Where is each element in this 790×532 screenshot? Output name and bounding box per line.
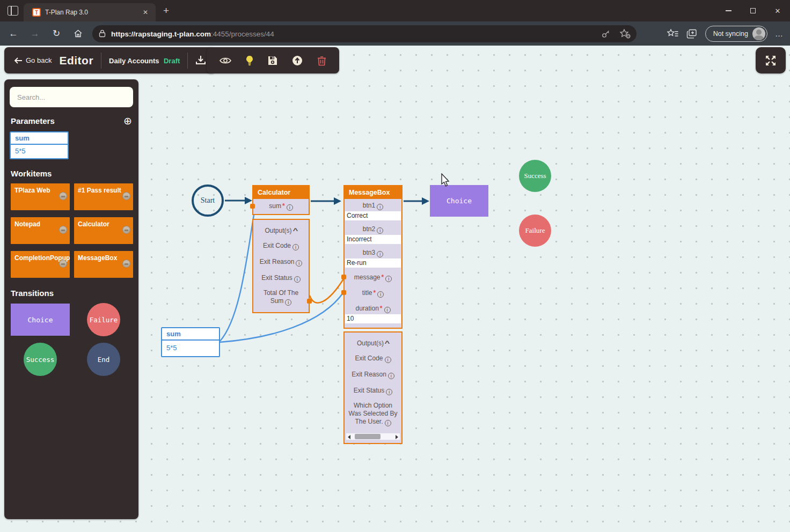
- transition-failure[interactable]: Failure: [87, 303, 120, 336]
- start-node[interactable]: Start: [192, 184, 224, 217]
- messagebox-field-title[interactable]: title: [345, 284, 401, 300]
- sidebar: Parameters ⊕ sum 5*5 Workitems TPlaza We…: [4, 79, 138, 519]
- info-icon[interactable]: [384, 307, 391, 313]
- parameter-value: 5*5: [11, 145, 68, 158]
- calculator-output-total[interactable]: Total Of The Sum: [253, 286, 309, 310]
- calculator-node[interactable]: Calculator sum Output(s)^ Exit Code Exit…: [252, 185, 310, 313]
- calculator-output-exit-reason[interactable]: Exit Reason: [253, 254, 309, 270]
- download-icon[interactable]: [195, 55, 206, 65]
- back-button[interactable]: ←: [5, 28, 21, 39]
- settings-menu-icon[interactable]: …: [775, 29, 784, 38]
- browser-tab[interactable]: T T-Plan Rap 3.0 ✕: [24, 3, 156, 21]
- outputs-horizontal-scrollbar[interactable]: [346, 433, 400, 440]
- outputs-heading: Output(s): [357, 339, 384, 347]
- messagebox-output-selected-option[interactable]: Which Option Was Selected By The User.: [345, 399, 401, 429]
- messagebox-node[interactable]: MessageBox btn1 Correct btn2 Incorrect b…: [343, 185, 403, 444]
- address-bar[interactable]: https://rapstaging.t-plan.com:4455/proce…: [92, 25, 637, 42]
- hint-bulb-icon[interactable]: [246, 55, 253, 66]
- calculator-outputs-toggle[interactable]: Output(s)^: [253, 223, 309, 238]
- info-icon[interactable]: [377, 291, 384, 298]
- tab-close-icon[interactable]: ✕: [140, 8, 151, 17]
- fullscreen-button[interactable]: [756, 47, 786, 73]
- transition-success[interactable]: Success: [24, 343, 57, 376]
- btn1-input[interactable]: Correct: [345, 211, 401, 220]
- collapse-icon: ^: [385, 339, 390, 347]
- info-icon[interactable]: [377, 204, 383, 210]
- workitem-messagebox[interactable]: MessageBox: [74, 251, 133, 278]
- info-icon[interactable]: [385, 276, 392, 282]
- sum-parameter-node[interactable]: sum 5*5: [161, 327, 220, 357]
- messagebox-outputs-toggle[interactable]: Output(s)^: [345, 336, 401, 351]
- info-icon[interactable]: [388, 373, 394, 379]
- messagebox-output-exit-reason[interactable]: Exit Reason: [345, 367, 401, 383]
- btn3-input[interactable]: Re-run: [345, 258, 401, 268]
- editor-toolbar: Go back Editor Daily Accounts Draft: [4, 47, 216, 73]
- info-icon[interactable]: [385, 357, 391, 363]
- delete-trash-icon[interactable]: [317, 55, 326, 66]
- info-icon[interactable]: [292, 244, 299, 250]
- output-label: Total Of The Sum: [264, 289, 298, 305]
- editor-page: Go back Editor Daily Accounts Draft Para…: [0, 46, 790, 532]
- maximize-button[interactable]: [741, 0, 765, 21]
- info-icon[interactable]: [377, 227, 383, 234]
- field-label: btn1: [363, 202, 375, 209]
- choice-node[interactable]: Choice: [430, 185, 488, 217]
- forward-button[interactable]: →: [27, 28, 43, 39]
- transition-choice[interactable]: Choice: [11, 304, 70, 336]
- scroll-right-arrow[interactable]: [396, 435, 398, 439]
- success-node[interactable]: Success: [519, 160, 551, 192]
- info-icon[interactable]: [285, 299, 291, 306]
- input-connector-dot[interactable]: [341, 290, 346, 295]
- preview-eye-icon[interactable]: [220, 56, 231, 65]
- messagebox-output-exit-code[interactable]: Exit Code: [345, 351, 401, 367]
- info-icon[interactable]: [294, 276, 301, 283]
- search-input[interactable]: [10, 87, 133, 107]
- transition-end[interactable]: End: [87, 343, 120, 376]
- workitem-tplaza-web[interactable]: TPlaza Web: [11, 183, 70, 210]
- workitem-pass-result[interactable]: #1 Pass result: [74, 183, 133, 210]
- info-icon[interactable]: [296, 260, 302, 267]
- info-icon[interactable]: [377, 251, 383, 257]
- add-parameter-button[interactable]: ⊕: [123, 116, 132, 126]
- parameter-card[interactable]: sum 5*5: [10, 131, 69, 159]
- minimize-button[interactable]: [716, 0, 741, 21]
- go-back-button[interactable]: Go back: [14, 56, 52, 64]
- workitem-calculator[interactable]: Calculator: [74, 217, 133, 244]
- messagebox-field-btn1: btn1: [345, 199, 401, 211]
- home-button[interactable]: [70, 29, 86, 38]
- browser-titlebar: T T-Plan Rap 3.0 ✕ + ✕: [0, 0, 790, 21]
- calculator-input-sum[interactable]: sum: [253, 199, 309, 214]
- input-connector-dot[interactable]: [250, 204, 255, 209]
- collections-icon[interactable]: [686, 28, 698, 39]
- info-icon[interactable]: [386, 389, 392, 395]
- duration-input[interactable]: 10: [345, 314, 401, 323]
- output-connector-dot[interactable]: [307, 299, 312, 304]
- password-key-icon[interactable]: [601, 29, 611, 39]
- profile-button[interactable]: Not syncing: [705, 26, 767, 42]
- info-icon[interactable]: [385, 420, 391, 426]
- workitems-heading: Workitems: [11, 169, 52, 178]
- calculator-output-exit-code[interactable]: Exit Code: [253, 238, 309, 254]
- messagebox-output-exit-status[interactable]: Exit Status: [345, 383, 401, 399]
- scroll-left-arrow[interactable]: [348, 435, 350, 439]
- workspaces-icon[interactable]: [8, 6, 18, 16]
- save-icon[interactable]: [268, 56, 277, 65]
- calculator-output-exit-status[interactable]: Exit Status: [253, 270, 309, 286]
- btn2-input[interactable]: Incorrect: [345, 235, 401, 244]
- workitem-completionpopup[interactable]: CompletionPopup: [11, 251, 70, 278]
- scrollbar-thumb[interactable]: [355, 434, 381, 439]
- refresh-button[interactable]: ↻: [48, 28, 64, 39]
- info-icon[interactable]: [287, 204, 293, 211]
- new-tab-button[interactable]: +: [163, 5, 169, 17]
- close-window-button[interactable]: ✕: [765, 0, 790, 21]
- add-favorite-icon[interactable]: [619, 28, 631, 39]
- messagebox-field-message[interactable]: message: [345, 268, 401, 284]
- publish-icon[interactable]: [292, 55, 303, 66]
- parameter-value: 5*5: [162, 341, 219, 356]
- input-connector-dot[interactable]: [341, 275, 346, 279]
- favorites-icon[interactable]: [667, 28, 679, 39]
- field-label: message: [354, 274, 381, 281]
- workitem-notepad[interactable]: Notepad: [11, 217, 70, 244]
- failure-node[interactable]: Failure: [519, 215, 551, 247]
- url-host: https://rapstaging.t-plan.com: [111, 30, 211, 38]
